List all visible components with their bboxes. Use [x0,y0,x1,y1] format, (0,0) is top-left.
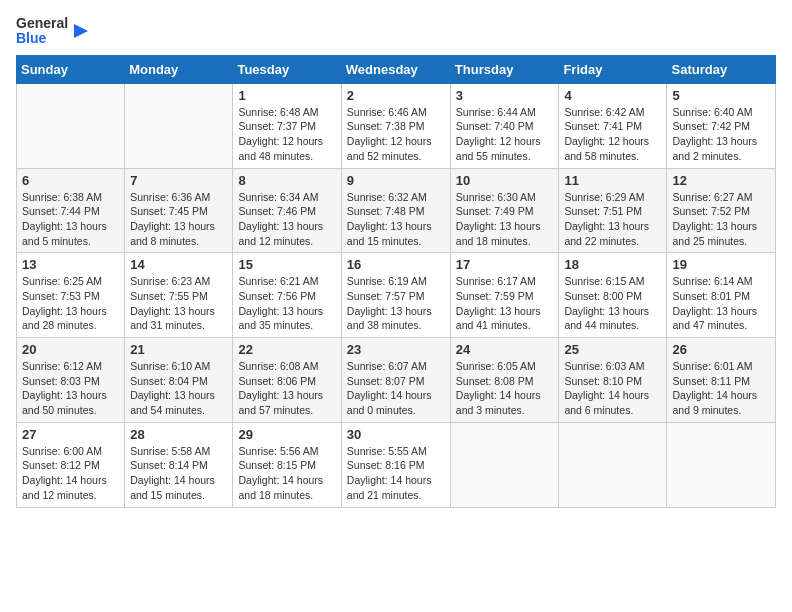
day-detail: Sunrise: 6:23 AM Sunset: 7:55 PM Dayligh… [130,274,227,333]
day-detail: Sunrise: 6:14 AM Sunset: 8:01 PM Dayligh… [672,274,770,333]
day-detail: Sunrise: 6:21 AM Sunset: 7:56 PM Dayligh… [238,274,335,333]
day-cell: 18Sunrise: 6:15 AM Sunset: 8:00 PM Dayli… [559,253,667,338]
day-detail: Sunrise: 6:12 AM Sunset: 8:03 PM Dayligh… [22,359,119,418]
day-cell: 28Sunrise: 5:58 AM Sunset: 8:14 PM Dayli… [125,422,233,507]
day-cell: 5Sunrise: 6:40 AM Sunset: 7:42 PM Daylig… [667,83,776,168]
day-cell [125,83,233,168]
day-cell: 4Sunrise: 6:42 AM Sunset: 7:41 PM Daylig… [559,83,667,168]
day-detail: Sunrise: 6:01 AM Sunset: 8:11 PM Dayligh… [672,359,770,418]
day-cell: 19Sunrise: 6:14 AM Sunset: 8:01 PM Dayli… [667,253,776,338]
day-number: 24 [456,342,554,357]
day-number: 1 [238,88,335,103]
day-header-sunday: Sunday [17,55,125,83]
day-number: 4 [564,88,661,103]
day-cell: 12Sunrise: 6:27 AM Sunset: 7:52 PM Dayli… [667,168,776,253]
day-number: 25 [564,342,661,357]
day-header-saturday: Saturday [667,55,776,83]
calendar-header-row: SundayMondayTuesdayWednesdayThursdayFrid… [17,55,776,83]
logo: General Blue [16,16,92,47]
day-cell: 24Sunrise: 6:05 AM Sunset: 8:08 PM Dayli… [450,338,559,423]
day-cell [667,422,776,507]
day-cell [17,83,125,168]
day-number: 11 [564,173,661,188]
day-number: 12 [672,173,770,188]
day-cell: 13Sunrise: 6:25 AM Sunset: 7:53 PM Dayli… [17,253,125,338]
day-number: 19 [672,257,770,272]
day-detail: Sunrise: 6:19 AM Sunset: 7:57 PM Dayligh… [347,274,445,333]
day-cell: 20Sunrise: 6:12 AM Sunset: 8:03 PM Dayli… [17,338,125,423]
week-row-1: 1Sunrise: 6:48 AM Sunset: 7:37 PM Daylig… [17,83,776,168]
logo-blue-text: Blue [16,31,68,46]
day-cell [559,422,667,507]
day-number: 7 [130,173,227,188]
day-cell: 30Sunrise: 5:55 AM Sunset: 8:16 PM Dayli… [341,422,450,507]
day-number: 28 [130,427,227,442]
day-cell: 15Sunrise: 6:21 AM Sunset: 7:56 PM Dayli… [233,253,341,338]
day-number: 21 [130,342,227,357]
day-header-wednesday: Wednesday [341,55,450,83]
day-number: 15 [238,257,335,272]
day-cell: 11Sunrise: 6:29 AM Sunset: 7:51 PM Dayli… [559,168,667,253]
day-cell: 9Sunrise: 6:32 AM Sunset: 7:48 PM Daylig… [341,168,450,253]
day-detail: Sunrise: 6:30 AM Sunset: 7:49 PM Dayligh… [456,190,554,249]
day-number: 2 [347,88,445,103]
week-row-3: 13Sunrise: 6:25 AM Sunset: 7:53 PM Dayli… [17,253,776,338]
logo-arrow-icon [70,20,92,42]
day-number: 10 [456,173,554,188]
day-number: 30 [347,427,445,442]
day-cell: 29Sunrise: 5:56 AM Sunset: 8:15 PM Dayli… [233,422,341,507]
calendar: SundayMondayTuesdayWednesdayThursdayFrid… [16,55,776,508]
day-number: 26 [672,342,770,357]
day-number: 14 [130,257,227,272]
day-detail: Sunrise: 6:00 AM Sunset: 8:12 PM Dayligh… [22,444,119,503]
day-detail: Sunrise: 6:17 AM Sunset: 7:59 PM Dayligh… [456,274,554,333]
day-detail: Sunrise: 6:07 AM Sunset: 8:07 PM Dayligh… [347,359,445,418]
day-cell: 14Sunrise: 6:23 AM Sunset: 7:55 PM Dayli… [125,253,233,338]
day-cell: 10Sunrise: 6:30 AM Sunset: 7:49 PM Dayli… [450,168,559,253]
day-number: 9 [347,173,445,188]
day-number: 6 [22,173,119,188]
day-header-thursday: Thursday [450,55,559,83]
day-cell: 22Sunrise: 6:08 AM Sunset: 8:06 PM Dayli… [233,338,341,423]
day-detail: Sunrise: 6:36 AM Sunset: 7:45 PM Dayligh… [130,190,227,249]
day-number: 20 [22,342,119,357]
day-number: 27 [22,427,119,442]
day-number: 23 [347,342,445,357]
day-cell: 23Sunrise: 6:07 AM Sunset: 8:07 PM Dayli… [341,338,450,423]
day-cell: 16Sunrise: 6:19 AM Sunset: 7:57 PM Dayli… [341,253,450,338]
day-number: 17 [456,257,554,272]
week-row-4: 20Sunrise: 6:12 AM Sunset: 8:03 PM Dayli… [17,338,776,423]
week-row-2: 6Sunrise: 6:38 AM Sunset: 7:44 PM Daylig… [17,168,776,253]
day-detail: Sunrise: 6:48 AM Sunset: 7:37 PM Dayligh… [238,105,335,164]
week-row-5: 27Sunrise: 6:00 AM Sunset: 8:12 PM Dayli… [17,422,776,507]
day-detail: Sunrise: 6:34 AM Sunset: 7:46 PM Dayligh… [238,190,335,249]
day-number: 29 [238,427,335,442]
day-detail: Sunrise: 6:08 AM Sunset: 8:06 PM Dayligh… [238,359,335,418]
day-detail: Sunrise: 6:44 AM Sunset: 7:40 PM Dayligh… [456,105,554,164]
day-cell: 8Sunrise: 6:34 AM Sunset: 7:46 PM Daylig… [233,168,341,253]
day-header-tuesday: Tuesday [233,55,341,83]
day-header-monday: Monday [125,55,233,83]
day-cell [450,422,559,507]
svg-marker-0 [74,24,88,38]
day-detail: Sunrise: 6:46 AM Sunset: 7:38 PM Dayligh… [347,105,445,164]
day-cell: 7Sunrise: 6:36 AM Sunset: 7:45 PM Daylig… [125,168,233,253]
day-detail: Sunrise: 6:42 AM Sunset: 7:41 PM Dayligh… [564,105,661,164]
day-number: 18 [564,257,661,272]
day-cell: 17Sunrise: 6:17 AM Sunset: 7:59 PM Dayli… [450,253,559,338]
day-cell: 21Sunrise: 6:10 AM Sunset: 8:04 PM Dayli… [125,338,233,423]
day-cell: 2Sunrise: 6:46 AM Sunset: 7:38 PM Daylig… [341,83,450,168]
day-cell: 3Sunrise: 6:44 AM Sunset: 7:40 PM Daylig… [450,83,559,168]
day-detail: Sunrise: 5:56 AM Sunset: 8:15 PM Dayligh… [238,444,335,503]
day-detail: Sunrise: 6:38 AM Sunset: 7:44 PM Dayligh… [22,190,119,249]
day-detail: Sunrise: 6:05 AM Sunset: 8:08 PM Dayligh… [456,359,554,418]
day-detail: Sunrise: 6:15 AM Sunset: 8:00 PM Dayligh… [564,274,661,333]
day-detail: Sunrise: 6:03 AM Sunset: 8:10 PM Dayligh… [564,359,661,418]
day-detail: Sunrise: 6:29 AM Sunset: 7:51 PM Dayligh… [564,190,661,249]
day-cell: 6Sunrise: 6:38 AM Sunset: 7:44 PM Daylig… [17,168,125,253]
day-number: 5 [672,88,770,103]
day-header-friday: Friday [559,55,667,83]
day-number: 16 [347,257,445,272]
day-detail: Sunrise: 6:40 AM Sunset: 7:42 PM Dayligh… [672,105,770,164]
day-detail: Sunrise: 6:32 AM Sunset: 7:48 PM Dayligh… [347,190,445,249]
